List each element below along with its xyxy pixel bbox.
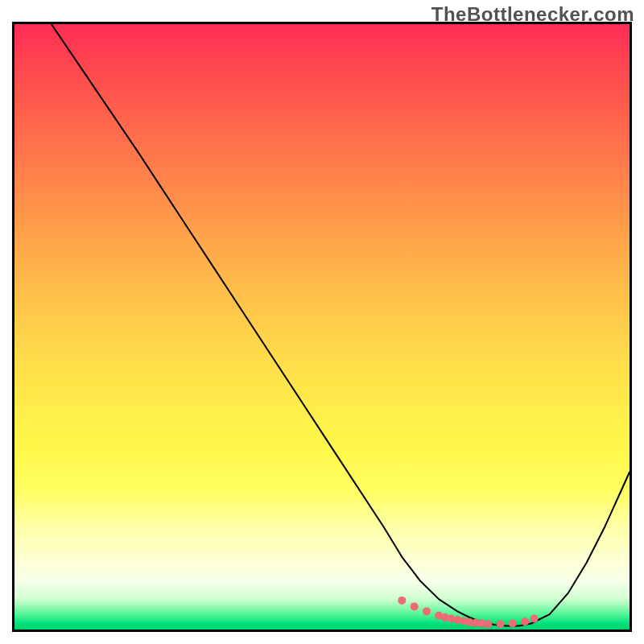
chart-frame [12,22,632,632]
stage: TheBottlenecker.com [0,0,644,644]
heatmap-gradient [14,24,630,630]
watermark-text: TheBottlenecker.com [431,3,634,26]
